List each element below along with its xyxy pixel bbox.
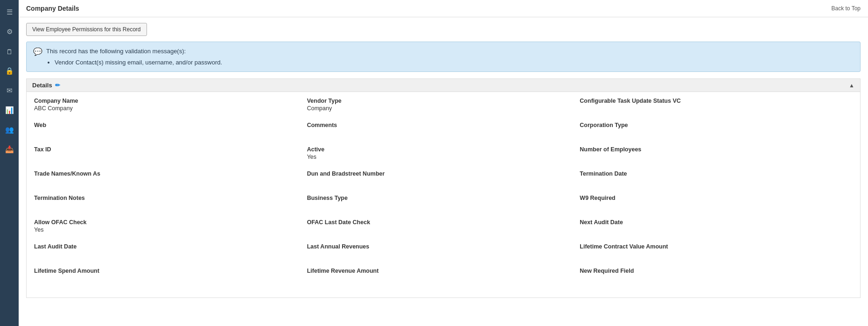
field-group: ActiveYes	[307, 146, 580, 161]
inbox-icon[interactable]: 📥	[1, 141, 18, 158]
settings-icon[interactable]: ⚙	[1, 23, 18, 40]
field-group: Next Audit Date	[580, 219, 853, 234]
fields-row: Company NameABC CompanyVendor TypeCompan…	[34, 98, 853, 113]
field-value	[580, 105, 845, 113]
page-header: Company Details Back to Top	[19, 0, 868, 17]
field-label: Business Type	[307, 195, 573, 201]
field-label: Termination Date	[580, 170, 845, 177]
content-area: View Employee Permissions for this Recor…	[19, 17, 868, 326]
fields-row: Last Audit DateLast Annual RevenuesLifet…	[34, 243, 853, 258]
field-group: Comments	[307, 122, 580, 137]
field-label: Active	[307, 146, 573, 153]
lock-icon[interactable]: 🔒	[1, 63, 18, 79]
fields-row: Lifetime Spend AmountLifetime Revenue Am…	[34, 268, 853, 283]
field-group: Last Annual Revenues	[307, 243, 580, 258]
field-value	[307, 129, 573, 137]
field-value: Yes	[307, 154, 573, 161]
field-value	[34, 202, 300, 210]
edit-icon[interactable]: ✏	[55, 82, 60, 89]
field-value	[34, 275, 300, 283]
field-group: Configurable Task Update Status VC	[580, 98, 853, 113]
field-group: Lifetime Contract Value Amount	[580, 243, 853, 258]
field-group: Termination Date	[580, 170, 853, 185]
field-value	[34, 154, 300, 161]
field-value	[307, 227, 573, 234]
field-value	[307, 202, 573, 210]
field-label: Corporation Type	[580, 122, 845, 128]
field-group: Termination Notes	[34, 195, 307, 210]
validation-icon: 💬	[33, 47, 42, 56]
field-label: Tax ID	[34, 146, 300, 153]
field-label: Last Audit Date	[34, 243, 300, 250]
field-group: Number of Employees	[580, 146, 853, 161]
fields-row: Trade Names/Known AsDun and Bradstreet N…	[34, 170, 853, 185]
document-icon[interactable]: 🗒	[1, 43, 18, 60]
field-label: Lifetime Contract Value Amount	[580, 243, 845, 250]
fields-row: WebCommentsCorporation Type	[34, 122, 853, 137]
field-group: W9 Required	[580, 195, 853, 210]
field-group: Lifetime Spend Amount	[34, 268, 307, 283]
field-label: Last Annual Revenues	[307, 243, 573, 250]
field-value	[34, 129, 300, 137]
collapse-icon[interactable]: ▲	[849, 82, 854, 89]
details-section-header: Details ✏ ▲	[26, 78, 861, 92]
field-value	[307, 275, 573, 283]
fields-row: Tax IDActiveYesNumber of Employees	[34, 146, 853, 161]
field-group: Company NameABC Company	[34, 98, 307, 113]
field-group: New Required Field	[580, 268, 853, 283]
field-value: Company	[307, 105, 573, 113]
field-value	[580, 202, 845, 210]
field-value	[307, 251, 573, 258]
field-label: Lifetime Revenue Amount	[307, 268, 573, 274]
field-value	[34, 251, 300, 258]
field-label: Next Audit Date	[580, 219, 845, 226]
chart-icon[interactable]: 📊	[1, 102, 18, 119]
fields-row: Allow OFAC CheckYesOFAC Last Date CheckN…	[34, 219, 853, 234]
field-label: Configurable Task Update Status VC	[580, 98, 845, 104]
field-label: Number of Employees	[580, 146, 845, 153]
field-label: Company Name	[34, 98, 300, 104]
field-value	[580, 227, 845, 234]
field-group: Tax ID	[34, 146, 307, 161]
fields-container: Company NameABC CompanyVendor TypeCompan…	[26, 92, 861, 298]
field-label: Allow OFAC Check	[34, 219, 300, 226]
field-value	[580, 178, 845, 185]
field-value	[580, 154, 845, 161]
field-label: Trade Names/Known As	[34, 170, 300, 177]
validation-banner: 💬 This record has the following validati…	[26, 42, 861, 72]
field-label: Web	[34, 122, 300, 128]
field-label: Dun and Bradstreet Number	[307, 170, 573, 177]
field-value: ABC Company	[34, 105, 300, 113]
field-label: New Required Field	[580, 268, 845, 274]
field-group: OFAC Last Date Check	[307, 219, 580, 234]
section-title: Details ✏	[32, 82, 60, 89]
field-group: Vendor TypeCompany	[307, 98, 580, 113]
field-group: Dun and Bradstreet Number	[307, 170, 580, 185]
back-to-top-link[interactable]: Back to Top	[832, 5, 861, 12]
field-label: W9 Required	[580, 195, 845, 201]
field-group: Corporation Type	[580, 122, 853, 137]
field-label: Lifetime Spend Amount	[34, 268, 300, 274]
fields-row: Termination NotesBusiness TypeW9 Require…	[34, 195, 853, 210]
field-value	[580, 129, 845, 137]
field-group: Allow OFAC CheckYes	[34, 219, 307, 234]
sidebar: ☰ ⚙ 🗒 🔒 ✉ 📊 👥 📥	[0, 0, 19, 326]
permissions-button[interactable]: View Employee Permissions for this Recor…	[26, 23, 147, 36]
field-value	[580, 251, 845, 258]
people-icon[interactable]: 👥	[1, 121, 18, 138]
field-value	[580, 275, 845, 283]
field-group: Last Audit Date	[34, 243, 307, 258]
field-group: Lifetime Revenue Amount	[307, 268, 580, 283]
field-label: Termination Notes	[34, 195, 300, 201]
main-content: Company Details Back to Top View Employe…	[19, 0, 868, 326]
page-title: Company Details	[26, 5, 79, 12]
field-group: Web	[34, 122, 307, 137]
field-label: Vendor Type	[307, 98, 573, 104]
field-label: Comments	[307, 122, 573, 128]
menu-icon[interactable]: ☰	[1, 4, 18, 21]
validation-text: This record has the following validation…	[46, 47, 222, 67]
field-group: Business Type	[307, 195, 580, 210]
field-value	[307, 178, 573, 185]
mail-icon[interactable]: ✉	[1, 82, 18, 99]
field-value	[34, 178, 300, 185]
